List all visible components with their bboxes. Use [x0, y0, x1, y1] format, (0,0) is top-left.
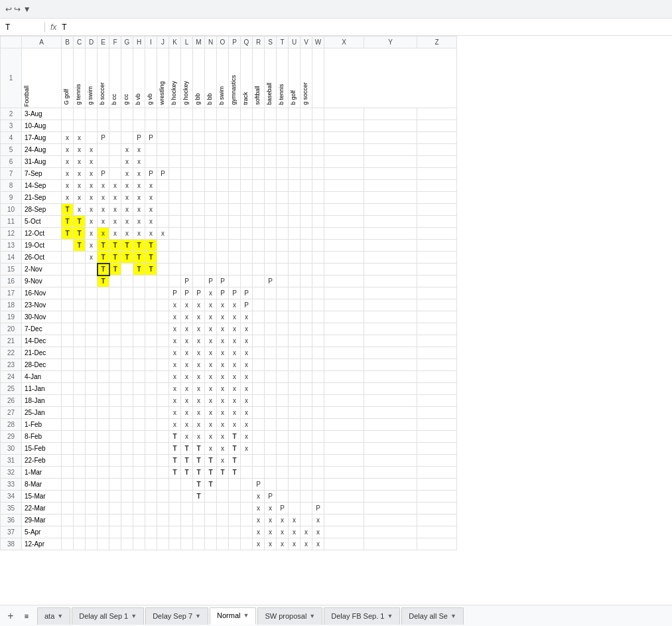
data-cell-S[interactable]	[265, 455, 277, 467]
data-cell-D[interactable]: x	[86, 144, 98, 156]
data-cell-S[interactable]	[265, 287, 277, 299]
data-cell-I[interactable]	[145, 311, 157, 323]
data-cell-I[interactable]	[145, 275, 157, 287]
data-cell-H[interactable]	[133, 275, 145, 287]
data-cell-L[interactable]: T	[181, 443, 193, 455]
data-cell-H[interactable]	[133, 383, 145, 395]
data-cell-O[interactable]	[217, 204, 229, 216]
data-cell-N[interactable]: x	[205, 431, 217, 443]
data-cell-H[interactable]: P	[133, 132, 145, 144]
data-cell-V[interactable]	[301, 383, 312, 395]
data-cell-C[interactable]	[74, 491, 86, 503]
data-cell-N[interactable]: x	[205, 299, 217, 311]
data-cell-J[interactable]	[157, 299, 169, 311]
data-cell-T[interactable]	[277, 323, 289, 335]
data-cell-J[interactable]	[157, 467, 169, 479]
data-cell-S[interactable]	[265, 204, 277, 216]
data-cell-B[interactable]	[62, 264, 74, 275]
data-cell-Q[interactable]: x	[241, 419, 253, 431]
data-cell-P[interactable]	[229, 240, 241, 252]
data-cell-I[interactable]	[145, 479, 157, 491]
data-cell-E[interactable]: x	[98, 180, 109, 192]
data-cell-D[interactable]: x	[86, 168, 98, 180]
data-cell-T[interactable]	[277, 431, 289, 443]
data-cell-J[interactable]	[157, 132, 169, 144]
data-cell-D[interactable]	[86, 120, 98, 132]
data-cell-T[interactable]: P	[277, 503, 289, 514]
data-cell-R[interactable]	[253, 371, 265, 383]
data-cell-P[interactable]	[229, 108, 241, 120]
data-cell-K[interactable]: x	[169, 371, 181, 383]
data-cell-U[interactable]	[289, 252, 301, 264]
data-cell-I[interactable]	[145, 323, 157, 335]
data-cell-C[interactable]: x	[74, 132, 86, 144]
data-cell-I[interactable]	[145, 443, 157, 455]
data-cell-G[interactable]	[121, 120, 133, 132]
data-cell-I[interactable]	[145, 467, 157, 479]
data-cell-S[interactable]	[265, 192, 277, 204]
data-cell-C[interactable]: T	[74, 228, 86, 240]
date-cell[interactable]: 1-Feb	[22, 419, 62, 431]
data-cell-F[interactable]	[109, 491, 121, 503]
data-cell-N[interactable]: x	[205, 347, 217, 359]
data-cell-M[interactable]	[193, 120, 205, 132]
data-cell-E[interactable]	[98, 395, 109, 407]
data-cell-U[interactable]	[289, 132, 301, 144]
data-cell-E[interactable]	[98, 467, 109, 479]
data-cell-H[interactable]: T	[133, 252, 145, 264]
data-cell-U[interactable]	[289, 503, 301, 514]
data-cell-D[interactable]	[86, 108, 98, 120]
data-cell-D[interactable]: x	[86, 180, 98, 192]
data-cell-G[interactable]	[121, 443, 133, 455]
data-cell-U[interactable]	[289, 264, 301, 275]
data-cell-F[interactable]	[109, 538, 121, 550]
data-cell-E[interactable]	[98, 491, 109, 503]
data-cell-B[interactable]	[62, 538, 74, 550]
data-cell-F[interactable]	[109, 359, 121, 371]
data-cell-C[interactable]	[74, 299, 86, 311]
data-cell-O[interactable]	[217, 538, 229, 550]
data-cell-P[interactable]	[229, 514, 241, 526]
data-cell-U[interactable]	[289, 240, 301, 252]
data-cell-V[interactable]	[301, 395, 312, 407]
data-cell-Q[interactable]	[241, 228, 253, 240]
data-cell-G[interactable]: x	[121, 144, 133, 156]
data-cell-P[interactable]: x	[229, 311, 241, 323]
data-cell-O[interactable]	[217, 180, 229, 192]
data-cell-B[interactable]	[62, 455, 74, 467]
data-cell-F[interactable]: x	[109, 180, 121, 192]
data-cell-F[interactable]	[109, 467, 121, 479]
date-cell[interactable]: 18-Jan	[22, 395, 62, 407]
tab-list-icon[interactable]: ≡	[20, 609, 33, 623]
data-cell-Q[interactable]	[241, 180, 253, 192]
data-cell-M[interactable]	[193, 168, 205, 180]
data-cell-M[interactable]	[193, 180, 205, 192]
data-cell-T[interactable]	[277, 240, 289, 252]
data-cell-N[interactable]	[205, 228, 217, 240]
data-cell-O[interactable]: P	[217, 287, 229, 299]
data-cell-C[interactable]	[74, 503, 86, 514]
data-cell-M[interactable]	[193, 192, 205, 204]
data-cell-M[interactable]: x	[193, 431, 205, 443]
data-cell-W[interactable]	[312, 395, 324, 407]
data-cell-Q[interactable]: x	[241, 395, 253, 407]
data-cell-R[interactable]	[253, 228, 265, 240]
data-cell-L[interactable]	[181, 264, 193, 275]
data-cell-R[interactable]	[253, 204, 265, 216]
data-cell-S[interactable]	[265, 419, 277, 431]
data-cell-P[interactable]	[229, 144, 241, 156]
data-cell-D[interactable]: x	[86, 204, 98, 216]
data-cell-J[interactable]	[157, 216, 169, 228]
data-cell-F[interactable]	[109, 347, 121, 359]
data-cell-G[interactable]	[121, 132, 133, 144]
data-cell-K[interactable]	[169, 180, 181, 192]
data-cell-G[interactable]	[121, 335, 133, 347]
data-cell-V[interactable]	[301, 240, 312, 252]
data-cell-L[interactable]: P	[181, 275, 193, 287]
data-cell-N[interactable]: x	[205, 395, 217, 407]
data-cell-I[interactable]	[145, 419, 157, 431]
data-cell-K[interactable]	[169, 275, 181, 287]
data-cell-D[interactable]	[86, 467, 98, 479]
date-cell[interactable]: 7-Dec	[22, 323, 62, 335]
data-cell-E[interactable]: T	[98, 275, 109, 287]
